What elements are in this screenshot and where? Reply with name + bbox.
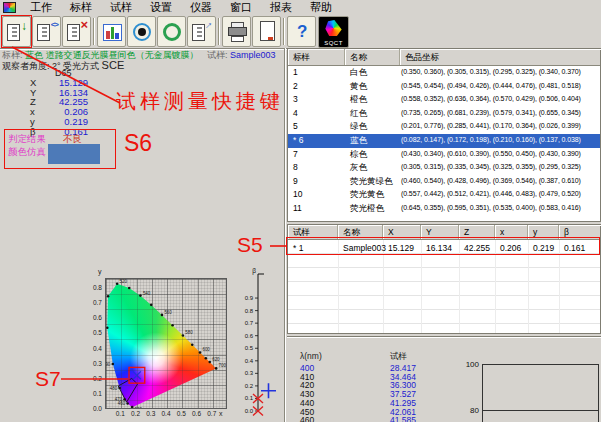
spectral-chart-tick-label: 100 xyxy=(459,360,479,369)
svg-text:620: 620 xyxy=(212,357,220,362)
svg-text:0.5: 0.5 xyxy=(245,345,254,351)
chromaticity-diagram[interactable]: 3804604704804905005105205405605806006207… xyxy=(105,278,227,409)
xy-xtick-label: 0.1 xyxy=(113,410,127,417)
xy-ytick-label: 0.7 xyxy=(86,299,102,306)
spectral-chart-right-border xyxy=(598,364,599,422)
document-icon xyxy=(67,24,80,41)
bar-chart-icon xyxy=(103,24,122,41)
svg-text:0.6: 0.6 xyxy=(245,333,254,339)
toolbar-hint-annotation: 试样测量快捷键 xyxy=(116,88,284,115)
beta-axis-svg: β0.00.10.20.30.40.50.60.70.80.9 xyxy=(230,264,290,422)
spectral-header-2: 试样 xyxy=(390,351,407,363)
standards-row-8[interactable]: 8灰色(0.305, 0.315), (0.335, 0.345), (0.32… xyxy=(288,161,600,175)
page-mark-icon xyxy=(268,37,273,40)
standards-header-1[interactable]: 标样 xyxy=(288,49,345,65)
xy-ytick-label: 0.3 xyxy=(86,360,102,367)
standards-row-6[interactable]: * 6蓝色(0.082, 0.147), (0.172, 0.198), (0.… xyxy=(288,134,600,148)
sqct-logo-button[interactable]: SQCT xyxy=(318,16,349,48)
xy-xtick-label: 0.6 xyxy=(190,410,204,417)
question-mark-icon: ? xyxy=(297,22,307,42)
standards-header: 标样名称色品坐标 xyxy=(288,49,600,66)
xy-ytick-label: 0.2 xyxy=(86,375,102,382)
printer-paper-out xyxy=(231,36,244,42)
sample-name: Sample003 xyxy=(230,50,276,60)
xy-ytick-label: 0.5 xyxy=(86,329,102,336)
xy-chart-ylabel: y xyxy=(98,268,102,275)
standards-header-3[interactable]: 色品坐标 xyxy=(400,49,601,65)
standards-row-11[interactable]: 11荧光橙色(0.645, 0.355), (0.595, 0.351), (0… xyxy=(288,202,600,216)
s6-highlight-box xyxy=(4,129,116,169)
svg-text:700: 700 xyxy=(219,363,226,368)
spectral-wavelength-460: 460 xyxy=(300,415,314,422)
svg-text:480: 480 xyxy=(110,386,118,391)
observer-angle-label: 观察者角度: 2° 受光方式 xyxy=(2,61,102,71)
svg-text:560: 560 xyxy=(164,310,172,315)
xy-xtick-label: 0.7 xyxy=(205,410,219,417)
xy-xtick-label: 0.5 xyxy=(174,410,188,417)
standards-table[interactable]: 标样名称色品坐标1白色(0.350, 0.360), (0.305, 0.315… xyxy=(287,48,601,222)
standards-row-5[interactable]: 5绿色(0.201, 0.776), (0.285, 0.441), (0.17… xyxy=(288,120,600,134)
toolbar-separator xyxy=(218,18,220,45)
svg-text:0.8: 0.8 xyxy=(245,308,254,314)
tristimulus-row-y: y0.219 xyxy=(28,116,88,126)
compare-sample-button[interactable]: <> xyxy=(32,16,61,47)
xy-ytick-label: 0.6 xyxy=(86,314,102,321)
svg-text:0.0: 0.0 xyxy=(245,408,254,414)
target-dot-icon xyxy=(138,28,146,36)
svg-text:470: 470 xyxy=(115,397,123,402)
standards-row-9[interactable]: 9荧光黄绿色(0.460, 0.540), (0.428, 0.496), (0… xyxy=(288,175,600,189)
svg-text:0.4: 0.4 xyxy=(245,358,254,364)
toolbar-highlight-box xyxy=(1,15,32,48)
chart-view-button[interactable] xyxy=(97,16,126,47)
xy-ytick-label: 0.8 xyxy=(86,284,102,291)
spectral-header-1: λ(nm) xyxy=(300,351,322,361)
calibration-ring-icon xyxy=(163,23,181,41)
svg-text:0.2: 0.2 xyxy=(245,383,254,389)
menu-bar: 工作标样试样设置仪器窗口报表帮助 xyxy=(0,0,601,15)
spectral-panel: λ(nm)试样40028.41741034.46442036.30043037.… xyxy=(287,336,601,422)
spectral-chart-gridline xyxy=(482,410,599,411)
standards-row-1[interactable]: 1白色(0.350, 0.360), (0.305, 0.315), (0.29… xyxy=(288,66,600,80)
chromaticity-overlay: 3804604704804905005105205405605806006207… xyxy=(106,279,226,408)
s5-highlight-box xyxy=(286,237,600,255)
tristimulus-row-Z: Z42.255 xyxy=(28,96,88,106)
standards-row-7[interactable]: 7棕色(0.430, 0.340), (0.610, 0.390), (0.55… xyxy=(288,148,600,162)
beta-axis-chart: β0.00.10.20.30.40.50.60.70.80.9 xyxy=(230,264,290,422)
svg-text:600: 600 xyxy=(202,347,210,352)
sqct-label: SQCT xyxy=(319,40,348,46)
xy-ytick-label: 0.1 xyxy=(86,390,102,397)
print-preview-button[interactable] xyxy=(252,16,281,47)
export-button[interactable]: → xyxy=(187,16,216,47)
s6-annotation: S6 xyxy=(124,130,152,157)
angle-brackets-icon: <> xyxy=(51,21,58,29)
svg-text:540: 540 xyxy=(143,291,151,296)
xy-xtick-label: 0.4 xyxy=(159,410,173,417)
print-button[interactable] xyxy=(222,16,251,47)
standards-row-2[interactable]: 2黄色(0.545, 0.454), (0.494, 0.426), (0.44… xyxy=(288,80,600,94)
sample-label: 试样: xyxy=(207,50,228,60)
svg-text:0.3: 0.3 xyxy=(245,370,254,376)
s5-annotation: S5 xyxy=(237,233,263,257)
tristimulus-row-x: x0.206 xyxy=(28,106,88,116)
sqct-horseshoe-icon xyxy=(325,20,342,36)
svg-text:520: 520 xyxy=(120,279,128,284)
standards-header-2[interactable]: 名称 xyxy=(345,49,400,65)
svg-text:580: 580 xyxy=(185,330,193,335)
measure-target-button[interactable] xyxy=(127,16,156,47)
standards-row-3[interactable]: 3橙色(0.558, 0.352), (0.636, 0.364), (0.57… xyxy=(288,93,600,107)
svg-text:0.1: 0.1 xyxy=(245,395,254,401)
printer-icon xyxy=(228,27,247,36)
standards-row-10[interactable]: 10荧光黄色(0.557, 0.442), (0.512, 0.421), (0… xyxy=(288,188,600,202)
svg-text:380: 380 xyxy=(135,407,143,408)
s7-annotation: S7 xyxy=(35,367,61,391)
calibrate-button[interactable] xyxy=(157,16,186,47)
spectral-chart-y-axis xyxy=(482,364,483,422)
xy-ytick-label: 0.4 xyxy=(86,345,102,352)
xy-xtick-label: 0.2 xyxy=(129,410,143,417)
delete-sample-button[interactable]: × xyxy=(62,16,91,47)
measure-mode-label: SCE xyxy=(102,59,125,71)
tristimulus-row-X: X15.129 xyxy=(28,77,88,87)
toolbar-separator xyxy=(93,18,95,45)
standards-row-4[interactable]: 4红色(0.735, 0.265), (0.681, 0.239), (0.57… xyxy=(288,107,600,121)
help-button[interactable]: ? xyxy=(287,16,316,47)
